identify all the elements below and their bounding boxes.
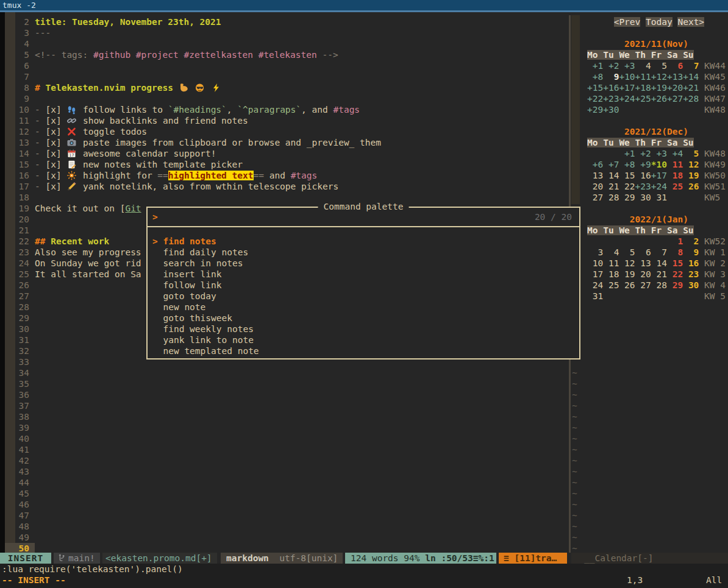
command-line[interactable]: :lua require('telekasten').panel() [2, 564, 183, 575]
calendar-row[interactable]: 13 14 15 16+17 18 19 KW50 [587, 170, 726, 181]
palette-item[interactable]: follow link [152, 280, 577, 291]
git-branch-segment[interactable]: main! [54, 553, 100, 564]
text-run: 18 [667, 171, 683, 180]
line-number: 29 [0, 313, 29, 324]
line-number: 16 [0, 170, 29, 181]
text-run: 5 [683, 149, 699, 158]
editor-line[interactable]: 11- [x] show backlinks and friend notes [0, 115, 569, 126]
calendar-row[interactable]: 2021/12(Dec) [587, 126, 688, 137]
calendar-row[interactable]: 20 21 22+23+24 25 26 KW51 [587, 181, 726, 192]
text-run: 9 [603, 72, 619, 82]
calendar-row[interactable]: 3 4 5 6 7 8 9 KW 1 [587, 247, 726, 258]
calendar-row[interactable]: +22+23+24+25+26+27+28 KW47 [587, 93, 726, 104]
editor-line[interactable]: 49 [0, 532, 569, 543]
text-run: # [35, 83, 45, 93]
palette-item[interactable]: find daily notes [152, 247, 577, 258]
text-run: paste images from clipboard or browse an… [77, 138, 381, 147]
editor-line[interactable]: 43 [0, 466, 569, 477]
editor-line[interactable]: 3--- [0, 27, 569, 38]
calendar-nav-button[interactable]: Today [646, 17, 673, 27]
calendar-nav-button[interactable]: <Prev [614, 17, 641, 27]
palette-item[interactable]: new templated note [152, 345, 577, 356]
calendar-row[interactable]: 31 KW 5 [587, 291, 726, 302]
calendar-row[interactable]: +8 9+10+11+12+13+14 KW45 [587, 71, 726, 82]
palette-item[interactable]: find weekly notes [152, 324, 577, 335]
item-indent [152, 346, 163, 356]
calendar-row[interactable]: 17 18 19 20 21 22 23 KW 3 [587, 269, 726, 280]
editor-line[interactable]: 17- [x] yank notelink, also from wthin t… [0, 181, 569, 192]
calendar-row[interactable]: +1 +2 +3 +4 5 KW48 [587, 148, 726, 159]
editor-line[interactable]: 37 [0, 400, 569, 411]
editor-line[interactable]: 9 [0, 93, 569, 104]
editor-line[interactable]: 47 [0, 510, 569, 521]
calendar-row[interactable]: +6 +7 +8 +9*10 11 12 KW49 [587, 159, 726, 170]
palette-item[interactable]: yank link to note [152, 335, 577, 345]
menu-icon: ≡ [504, 553, 509, 563]
editor-line[interactable]: 8# Telekasten.nvim progress [0, 82, 569, 93]
palette-title: Command palette [318, 201, 409, 212]
item-indent [152, 258, 163, 268]
text-run: , and [301, 105, 333, 115]
calendar-row[interactable]: +15+16+17+18+19+20+21 KW46 [587, 82, 726, 93]
scrollbar-track[interactable] [571, 15, 580, 204]
editor-line[interactable]: 7 [0, 71, 569, 82]
calendar-row[interactable]: +29+30 KW48 [587, 104, 726, 115]
text-run: KW48 [699, 149, 726, 158]
editor-line[interactable]: 16- [x] highlight for ==highlighted text… [0, 170, 569, 181]
filetype-segment: markdown utf-8[unix] [221, 553, 343, 564]
palette-item[interactable]: goto today [152, 291, 577, 302]
editor-line[interactable]: 36 [0, 389, 569, 400]
tilde-marker: ~ [572, 532, 577, 543]
tilde-marker: ~ [572, 422, 577, 433]
line-number: 36 [0, 389, 29, 400]
text-run [587, 236, 667, 246]
line-number: 20 [0, 214, 29, 225]
calendar-row[interactable]: +1 +2 +3 4 5 6 7 KW44 [587, 60, 726, 71]
editor-line[interactable]: 40 [0, 433, 569, 444]
text-run: [x] [45, 105, 66, 115]
calendar-row[interactable]: 2021/11(Nov) [587, 38, 688, 49]
editor-line[interactable]: 5<!-- tags: #github #project #zettelkast… [0, 49, 569, 60]
editor-line[interactable]: 48 [0, 521, 569, 532]
editor-line[interactable]: 35 [0, 378, 569, 389]
tab-segment[interactable]: ≡ [11]tra… [499, 553, 567, 564]
editor-line[interactable]: 34 [0, 367, 569, 378]
calendar-row[interactable]: 1 2 KW52 [587, 236, 726, 247]
calendar-row[interactable]: 10 11 12 13 14 15 16 KW 2 [587, 258, 726, 269]
editor-line[interactable]: 12- [x] toggle todos [0, 126, 569, 137]
editor-line[interactable]: 18 [0, 192, 569, 203]
editor-line[interactable]: 14- [x] 17 awesome calendar support! [0, 148, 569, 159]
calendar-row[interactable]: Mo Tu We Th Fr Sa Su [587, 225, 694, 236]
editor-line[interactable]: 46 [0, 499, 569, 510]
text-run: --> [317, 50, 338, 60]
calendar-nav[interactable]: <Prev Today Next> [587, 16, 704, 27]
palette-item[interactable]: > find notes [152, 236, 577, 247]
editor-line[interactable]: 41 [0, 444, 569, 455]
palette-item[interactable]: goto thisweek [152, 313, 577, 324]
editor-line[interactable]: 15- [x] new notes with template picker [0, 159, 569, 170]
calendar-row[interactable]: 24 25 26 27 28 29 30 KW 4 [587, 280, 726, 291]
text-run [205, 83, 211, 93]
editor-line[interactable]: 44 [0, 477, 569, 488]
calendar-row[interactable]: Mo Tu We Th Fr Sa Su [587, 137, 694, 148]
editor-line[interactable]: 10- [x] follow links to `#headings`, `^p… [0, 104, 569, 115]
editor-line[interactable]: 38 [0, 411, 569, 422]
calendar-row[interactable]: 2022/1(Jan) [587, 214, 688, 225]
line-text: On Sunday we got rid [35, 258, 141, 269]
filename-segment[interactable]: <ekasten.promo.md[+] [102, 553, 217, 564]
palette-item[interactable]: new note [152, 302, 577, 313]
editor-line[interactable]: 6 [0, 60, 569, 71]
statusline: INSERT main! <ekasten.promo.md[+] markdo… [0, 553, 728, 564]
editor-line[interactable]: 42 [0, 455, 569, 466]
calendar-nav-button[interactable]: Next> [677, 17, 704, 27]
editor-line[interactable]: 4 [0, 38, 569, 49]
editor-line[interactable]: 39 [0, 422, 569, 433]
palette-item[interactable]: search in notes [152, 258, 577, 269]
editor-line[interactable]: 13- [x] paste images from clipboard or b… [0, 137, 569, 148]
palette-item[interactable]: insert link [152, 269, 577, 280]
calendar-row[interactable]: 27 28 29 30 31 KW5 [587, 192, 720, 203]
calendar-row[interactable]: Mo Tu We Th Fr Sa Su [587, 49, 694, 60]
editor-line[interactable]: 45 [0, 488, 569, 499]
palette-prompt[interactable]: > [152, 211, 158, 222]
editor-line[interactable]: 2title: Tuesday, November 23th, 2021 [0, 16, 569, 27]
